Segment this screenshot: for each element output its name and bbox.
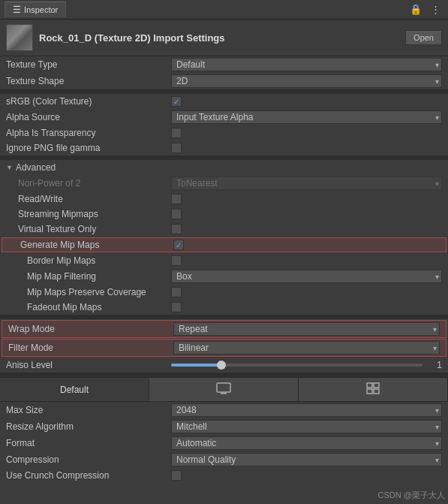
mip-maps-preserve-checkbox[interactable] — [171, 287, 182, 297]
generate-mip-maps-label: Generate Mip Maps — [8, 240, 173, 250]
texture-shape-row: Texture Shape 2D — [0, 73, 448, 89]
format-label: Format — [6, 438, 171, 448]
tab-grid[interactable] — [299, 378, 448, 401]
alpha-transparency-checkbox[interactable] — [171, 128, 182, 138]
resize-algorithm-dropdown-wrap[interactable]: Mitchell — [171, 420, 442, 433]
alpha-transparency-value — [171, 128, 442, 138]
srgb-row: sRGB (Color Texture) — [0, 94, 448, 109]
format-row: Format Automatic — [0, 435, 448, 451]
open-button[interactable]: Open — [405, 30, 442, 45]
aniso-slider-track — [171, 364, 221, 367]
filter-mode-label: Filter Mode — [8, 343, 173, 353]
virtual-texture-label: Virtual Texture Only — [6, 224, 171, 234]
compression-dropdown-wrap[interactable]: Normal Quality — [171, 453, 442, 466]
advanced-triangle: ▼ — [6, 164, 13, 171]
texture-shape-dropdown[interactable]: 2D — [171, 74, 442, 88]
mip-map-filtering-dropdown[interactable]: Box — [171, 270, 442, 283]
more-button[interactable]: ⋮ — [428, 2, 443, 17]
fadeout-mip-maps-checkbox[interactable] — [171, 302, 182, 312]
advanced-label: Advanced — [16, 162, 56, 173]
read-write-label: Read/Write — [6, 194, 171, 204]
generate-mip-maps-checkbox[interactable] — [173, 240, 184, 250]
compression-dropdown[interactable]: Normal Quality — [171, 453, 442, 466]
inspector-tab-label: Inspector — [24, 5, 58, 14]
mip-maps-preserve-value — [171, 287, 442, 297]
non-power-row: Non-Power of 2 ToNearest — [0, 175, 448, 192]
streaming-mipmaps-checkbox[interactable] — [171, 209, 182, 219]
alpha-source-row: Alpha Source Input Texture Alpha — [0, 109, 448, 125]
svg-rect-5 — [374, 383, 379, 388]
max-size-dropdown-wrap[interactable]: 2048 — [171, 403, 442, 417]
aniso-slider-wrap: 1 — [171, 360, 442, 370]
title-bar-right: 🔒 ⋮ — [407, 2, 443, 17]
filter-mode-value: Bilinear — [173, 341, 440, 355]
read-write-checkbox[interactable] — [171, 194, 182, 204]
streaming-mipmaps-label: Streaming Mipmaps — [6, 209, 171, 219]
read-write-row: Read/Write — [0, 192, 448, 207]
tab-default[interactable]: Default — [0, 380, 149, 400]
crunch-compression-checkbox[interactable] — [171, 470, 182, 481]
compression-label: Compression — [6, 454, 171, 465]
read-write-value — [171, 194, 442, 204]
ignore-png-label: Ignore PNG file gamma — [6, 143, 171, 153]
fadeout-mip-maps-row: Fadeout Mip Maps — [0, 300, 448, 315]
filter-mode-dropdown[interactable]: Bilinear — [173, 341, 440, 355]
inspector-tab[interactable]: ☰ Inspector — [5, 2, 66, 17]
alpha-source-dropdown[interactable]: Input Texture Alpha — [171, 110, 442, 124]
svg-rect-7 — [374, 389, 379, 394]
ignore-png-checkbox[interactable] — [171, 143, 182, 153]
fadeout-mip-maps-label: Fadeout Mip Maps — [6, 302, 171, 312]
crunch-compression-label: Use Crunch Compression — [6, 470, 171, 481]
main-content: Texture Type Default Texture Shape 2D sR… — [0, 56, 448, 483]
texture-type-row: Texture Type Default — [0, 56, 448, 73]
wrap-mode-dropdown[interactable]: Repeat — [173, 322, 440, 336]
filter-mode-row: Filter Mode Bilinear — [2, 339, 446, 357]
aniso-slider-thumb[interactable] — [217, 361, 226, 370]
alpha-source-dropdown-wrap[interactable]: Input Texture Alpha — [171, 110, 442, 124]
lock-button[interactable]: 🔒 — [407, 2, 425, 17]
aniso-slider[interactable] — [171, 364, 422, 367]
non-power-dropdown-wrap[interactable]: ToNearest — [171, 177, 442, 190]
generate-mip-maps-value — [173, 240, 440, 250]
wrap-mode-value: Repeat — [173, 322, 440, 336]
alpha-transparency-row: Alpha Is Transparency — [0, 125, 448, 140]
resize-algorithm-dropdown[interactable]: Mitchell — [171, 420, 442, 433]
mip-map-filtering-dropdown-wrap[interactable]: Box — [171, 270, 442, 283]
non-power-value: ToNearest — [171, 177, 442, 190]
srgb-value — [171, 96, 442, 107]
compression-row: Compression Normal Quality — [0, 451, 448, 468]
format-value: Automatic — [171, 436, 442, 450]
alpha-source-value: Input Texture Alpha — [171, 110, 442, 124]
mip-maps-preserve-row: Mip Maps Preserve Coverage — [0, 285, 448, 300]
border-mip-maps-checkbox[interactable] — [171, 255, 182, 266]
advanced-section-header[interactable]: ▼ Advanced — [0, 160, 448, 175]
inspector-icon: ☰ — [13, 5, 21, 15]
grid-icon — [366, 382, 380, 394]
platform-tabs: Default — [0, 377, 448, 402]
streaming-mipmaps-value — [171, 209, 442, 219]
virtual-texture-value — [171, 224, 442, 234]
tab-monitor[interactable] — [149, 378, 299, 401]
filter-mode-dropdown-wrap[interactable]: Bilinear — [173, 341, 440, 355]
format-dropdown[interactable]: Automatic — [171, 436, 442, 450]
max-size-label: Max Size — [6, 405, 171, 415]
crunch-compression-row: Use Crunch Compression — [0, 468, 448, 483]
header-area: Rock_01_D (Texture 2D) Import Settings O… — [0, 20, 448, 56]
max-size-row: Max Size 2048 — [0, 402, 448, 418]
texture-type-dropdown[interactable]: Default — [171, 58, 442, 71]
svg-rect-0 — [217, 383, 230, 392]
wrap-mode-dropdown-wrap[interactable]: Repeat — [173, 322, 440, 336]
format-dropdown-wrap[interactable]: Automatic — [171, 436, 442, 450]
texture-type-dropdown-wrap[interactable]: Default — [171, 58, 442, 71]
non-power-dropdown[interactable]: ToNearest — [171, 177, 442, 190]
header-title: Rock_01_D (Texture 2D) Import Settings — [39, 32, 225, 44]
aniso-level-label: Aniso Level — [6, 360, 171, 370]
ignore-png-row: Ignore PNG file gamma — [0, 140, 448, 155]
max-size-dropdown[interactable]: 2048 — [171, 403, 442, 417]
wrap-mode-row: Wrap Mode Repeat — [2, 320, 446, 338]
srgb-checkbox[interactable] — [171, 96, 182, 107]
streaming-mipmaps-row: Streaming Mipmaps — [0, 207, 448, 222]
resize-algorithm-value: Mitchell — [171, 420, 442, 433]
texture-shape-dropdown-wrap[interactable]: 2D — [171, 74, 442, 88]
virtual-texture-checkbox[interactable] — [171, 224, 182, 234]
